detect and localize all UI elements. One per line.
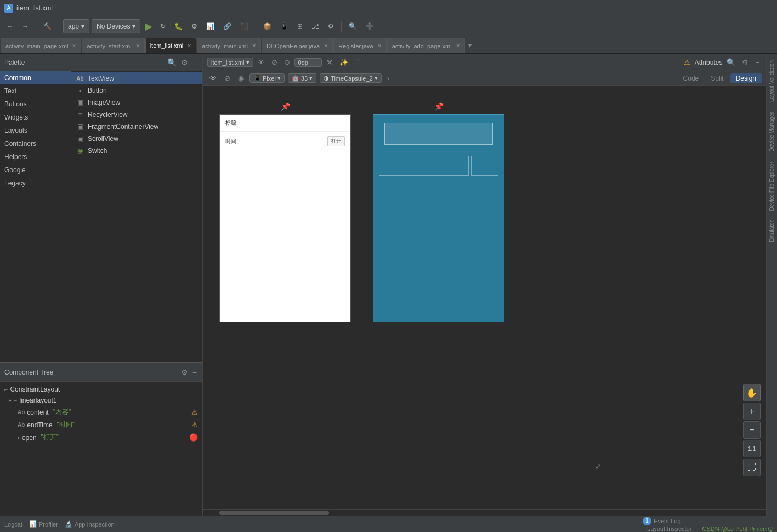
palette-cat-widgets[interactable]: Widgets — [0, 111, 71, 124]
expand-btn[interactable]: ⚠ — [682, 57, 693, 67]
tree-settings-button[interactable]: ⚙ — [180, 367, 189, 378]
zoom-fit-button[interactable]: 1:1 — [743, 440, 761, 457]
palette-item-switch[interactable]: ◉ Switch — [71, 145, 202, 157]
align-btn[interactable]: ⊤ — [353, 57, 363, 67]
palette-item-fragmentcontainerview[interactable]: ▣ FragmentContainerView — [71, 121, 202, 133]
right-tab-layout-validation[interactable]: Layout Validation — [768, 56, 776, 106]
palette-cat-legacy[interactable]: Legacy — [0, 177, 71, 190]
build-button[interactable]: 🔨 — [40, 21, 55, 31]
tree-item-endtime[interactable]: Ab endTime "时间" ⚠ — [0, 418, 202, 431]
align2-btn[interactable]: ◉ — [236, 73, 246, 83]
tab-close[interactable]: ✕ — [135, 43, 140, 49]
design-preview-frame[interactable]: 标题 时间 打开 — [219, 114, 351, 322]
zoom-fullscreen-button[interactable]: ⛶ — [743, 459, 761, 476]
search-button[interactable]: 🔍 — [345, 21, 360, 31]
tab-overflow[interactable]: ▾ — [465, 38, 475, 53]
palette-item-button[interactable]: ▪ Button — [71, 84, 202, 97]
locale-expand-btn[interactable]: › — [385, 73, 392, 83]
git-button[interactable]: ⎇ — [308, 21, 322, 31]
tab-activity-start[interactable]: activity_start.xml ✕ — [82, 38, 144, 53]
attr-settings-btn[interactable]: ⚙ — [740, 57, 751, 67]
settings-button[interactable]: ⚙ — [325, 21, 337, 31]
palette-cat-google[interactable]: Google — [0, 163, 71, 177]
resize-handle[interactable]: ⤢ — [595, 462, 602, 471]
zoom-out-button[interactable]: − — [743, 421, 761, 439]
debug-button[interactable]: 🐛 — [171, 21, 186, 31]
palette-cat-text[interactable]: Text — [0, 84, 71, 98]
view-tab-design[interactable]: Design — [730, 73, 762, 83]
pixel-dropdown[interactable]: 📱 Pixel ▾ — [249, 73, 285, 83]
tab-activity-main[interactable]: activity_main.xml ✕ — [197, 38, 261, 53]
attr-collapse-btn[interactable]: − — [753, 57, 762, 67]
tab-item-list[interactable]: item_list.xml ✕ — [145, 38, 197, 53]
orient-input[interactable]: 0dp — [294, 58, 322, 67]
tree-item-open[interactable]: ▪ open "打开" 🔴 — [0, 431, 202, 444]
right-tab-emulator[interactable]: Emulator — [768, 216, 776, 247]
attach-button[interactable]: 🔗 — [220, 21, 235, 31]
logcat-item[interactable]: Logcat — [4, 521, 22, 528]
magic-btn[interactable]: ✨ — [337, 57, 350, 67]
grid-btn[interactable]: ⊘ — [222, 73, 232, 83]
canvas-scroll[interactable]: 📌 标题 时间 打开 — [203, 86, 766, 509]
pan-button[interactable]: ✋ — [743, 384, 761, 401]
view-tab-split[interactable]: Split — [705, 73, 729, 83]
tab-close[interactable]: ✕ — [72, 43, 76, 49]
tab-activity-add-page[interactable]: activity_add_page.xml ✕ — [387, 38, 465, 53]
back-button[interactable]: ← — [3, 21, 16, 31]
palette-cat-common[interactable]: Common — [0, 71, 71, 84]
palette-settings-button[interactable]: ⚙ — [180, 57, 189, 68]
profile-button[interactable]: 📊 — [203, 21, 218, 31]
filename-dropdown[interactable]: item_list.xml ▾ — [207, 58, 253, 67]
profiler-item[interactable]: 📊 Profiler — [29, 520, 58, 528]
view-tab-code[interactable]: Code — [678, 73, 705, 83]
blueprint-toggle-btn[interactable]: 👁 — [256, 57, 267, 67]
sdk-manager-button[interactable]: 📦 — [260, 21, 275, 31]
zoom-in-button[interactable]: + — [743, 403, 761, 420]
tree-item-constraintlayout[interactable]: ⌐ ConstraintLayout — [0, 384, 202, 395]
scrollbar-thumb[interactable] — [219, 511, 329, 515]
tab-close[interactable]: ✕ — [252, 43, 256, 49]
tree-collapse-button[interactable]: − — [191, 367, 198, 378]
tab-dbopenhelper[interactable]: DBOpenHelper.java ✕ — [262, 38, 333, 53]
eyedrop-btn[interactable]: 👁 — [207, 73, 219, 83]
event-log-item[interactable]: 1 Event Log — [643, 517, 773, 525]
palette-collapse-button[interactable]: − — [191, 57, 198, 68]
layout-inspector-label[interactable]: Layout Inspector — [647, 525, 691, 532]
palette-cat-containers[interactable]: Containers — [0, 137, 71, 150]
tab-close-active[interactable]: ✕ — [187, 43, 191, 49]
constraint-btn[interactable]: ⚒ — [324, 57, 335, 67]
wireframe-btn[interactable]: ⊘ — [269, 57, 280, 67]
sync-button[interactable]: ↻ — [157, 21, 169, 31]
app-inspection-item[interactable]: 🔬 App Inspection — [65, 520, 115, 528]
run-button[interactable]: ▶ — [143, 20, 155, 32]
palette-cat-helpers[interactable]: Helpers — [0, 150, 71, 163]
stop-button[interactable]: ⬛ — [237, 21, 252, 31]
right-tab-device-manager[interactable]: Device Manager — [768, 107, 776, 156]
palette-item-textview[interactable]: Ab TextView — [71, 72, 202, 84]
right-tab-device-file-explorer[interactable]: Device File Explorer — [768, 157, 776, 215]
blueprint-preview-frame[interactable] — [373, 114, 504, 322]
devices-dropdown[interactable]: No Devices ▾ — [92, 19, 140, 33]
horizontal-scrollbar[interactable] — [203, 509, 766, 516]
coverage-button[interactable]: ⚙ — [188, 21, 201, 31]
attr-search-btn[interactable]: 🔍 — [724, 57, 738, 67]
tree-item-content[interactable]: Ab content "内容" ⚠ — [0, 406, 202, 418]
palette-item-recyclerview[interactable]: ≡ RecyclerView — [71, 109, 202, 121]
avd-button[interactable]: 📱 — [277, 21, 292, 31]
tab-close[interactable]: ✕ — [377, 43, 382, 49]
tab-activity-main-page[interactable]: activity_main_page.xml ✕ — [1, 38, 81, 53]
palette-item-scrollview[interactable]: ▣ ScrollView — [71, 133, 202, 145]
orientation-btn[interactable]: ⊙ — [282, 57, 292, 67]
tab-close[interactable]: ✕ — [456, 43, 460, 49]
api-dropdown[interactable]: 🤖 33 ▾ — [288, 73, 316, 83]
palette-cat-layouts[interactable]: Layouts — [0, 124, 71, 137]
palette-search-button[interactable]: 🔍 — [166, 57, 178, 68]
forward-button[interactable]: → — [19, 21, 32, 31]
add-plugin-button[interactable]: ➕ — [362, 21, 377, 31]
palette-cat-buttons[interactable]: Buttons — [0, 98, 71, 111]
tree-item-linearlayout1[interactable]: ▾ ⌐ linearlayout1 — [0, 395, 202, 406]
tab-register[interactable]: Register.java ✕ — [333, 38, 387, 53]
app-dropdown[interactable]: app ▾ — [63, 19, 89, 33]
theme-dropdown[interactable]: ◑ TimeCapsule_2 ▾ — [320, 73, 382, 83]
palette-item-imageview[interactable]: ▣ ImageView — [71, 97, 202, 109]
